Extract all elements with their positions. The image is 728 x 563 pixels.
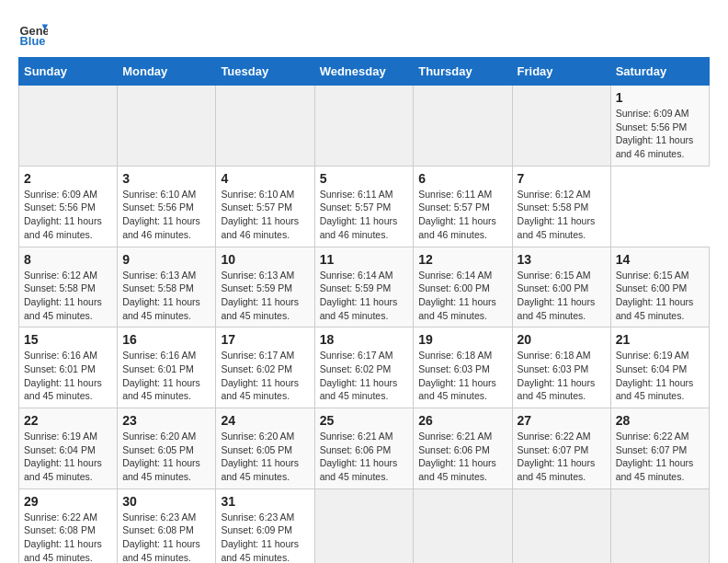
calendar-cell: 31Sunrise: 6:23 AMSunset: 6:09 PMDayligh… <box>216 488 314 563</box>
calendar-cell: 30Sunrise: 6:23 AMSunset: 6:08 PMDayligh… <box>118 488 216 563</box>
day-info: Sunrise: 6:23 AMSunset: 6:09 PMDaylight:… <box>221 511 309 563</box>
logo: General Blue <box>18 18 51 48</box>
day-info: Sunrise: 6:22 AMSunset: 6:07 PMDaylight:… <box>518 430 606 484</box>
day-info: Sunrise: 6:09 AMSunset: 5:56 PMDaylight:… <box>24 188 112 242</box>
calendar-week-row: 15Sunrise: 6:16 AMSunset: 6:01 PMDayligh… <box>19 327 710 408</box>
calendar-cell: 8Sunrise: 6:12 AMSunset: 5:58 PMDaylight… <box>19 247 118 327</box>
calendar-cell: 23Sunrise: 6:20 AMSunset: 6:05 PMDayligh… <box>118 408 216 489</box>
calendar-cell <box>512 86 610 167</box>
page-header: General Blue <box>18 18 710 48</box>
day-number: 27 <box>518 413 606 428</box>
day-number: 13 <box>518 252 606 267</box>
calendar-day-header: Sunday <box>19 58 118 86</box>
day-info: Sunrise: 6:22 AMSunset: 6:08 PMDaylight:… <box>24 511 112 563</box>
day-info: Sunrise: 6:11 AMSunset: 5:57 PMDaylight:… <box>320 188 409 242</box>
calendar-week-row: 29Sunrise: 6:22 AMSunset: 6:08 PMDayligh… <box>19 488 710 563</box>
calendar-cell: 3Sunrise: 6:10 AMSunset: 5:56 PMDaylight… <box>118 166 216 247</box>
logo-icon: General Blue <box>18 18 48 48</box>
day-number: 22 <box>24 413 112 428</box>
day-info: Sunrise: 6:12 AMSunset: 5:58 PMDaylight:… <box>24 269 112 323</box>
day-number: 5 <box>320 171 409 186</box>
day-number: 1 <box>616 90 704 105</box>
day-number: 6 <box>418 171 506 186</box>
calendar-table: SundayMondayTuesdayWednesdayThursdayFrid… <box>18 57 710 563</box>
day-info: Sunrise: 6:21 AMSunset: 6:06 PMDaylight:… <box>418 430 506 484</box>
calendar-cell: 27Sunrise: 6:22 AMSunset: 6:07 PMDayligh… <box>512 408 610 489</box>
calendar-cell: 25Sunrise: 6:21 AMSunset: 6:06 PMDayligh… <box>314 408 414 489</box>
calendar-cell <box>314 488 414 563</box>
calendar-cell: 6Sunrise: 6:11 AMSunset: 5:57 PMDaylight… <box>414 166 512 247</box>
calendar-cell: 2Sunrise: 6:09 AMSunset: 5:56 PMDaylight… <box>19 166 118 247</box>
day-number: 7 <box>518 171 606 186</box>
day-info: Sunrise: 6:16 AMSunset: 6:01 PMDaylight:… <box>24 349 112 403</box>
calendar-cell <box>19 86 118 167</box>
calendar-cell <box>512 488 610 563</box>
day-number: 12 <box>418 252 506 267</box>
calendar-header-row: SundayMondayTuesdayWednesdayThursdayFrid… <box>19 58 710 86</box>
calendar-day-header: Wednesday <box>314 58 414 86</box>
calendar-cell: 10Sunrise: 6:13 AMSunset: 5:59 PMDayligh… <box>216 247 314 327</box>
day-number: 15 <box>24 332 112 347</box>
calendar-cell: 14Sunrise: 6:15 AMSunset: 6:00 PMDayligh… <box>610 247 709 327</box>
calendar-day-header: Tuesday <box>216 58 314 86</box>
calendar-cell: 24Sunrise: 6:20 AMSunset: 6:05 PMDayligh… <box>216 408 314 489</box>
day-number: 14 <box>616 252 704 267</box>
day-number: 26 <box>418 413 506 428</box>
day-info: Sunrise: 6:20 AMSunset: 6:05 PMDaylight:… <box>122 430 210 484</box>
calendar-cell: 26Sunrise: 6:21 AMSunset: 6:06 PMDayligh… <box>414 408 512 489</box>
day-info: Sunrise: 6:10 AMSunset: 5:57 PMDaylight:… <box>221 188 309 242</box>
day-number: 16 <box>122 332 210 347</box>
calendar-cell: 20Sunrise: 6:18 AMSunset: 6:03 PMDayligh… <box>512 327 610 408</box>
calendar-cell <box>216 86 314 167</box>
calendar-cell: 13Sunrise: 6:15 AMSunset: 6:00 PMDayligh… <box>512 247 610 327</box>
day-info: Sunrise: 6:11 AMSunset: 5:57 PMDaylight:… <box>418 188 506 242</box>
day-number: 25 <box>320 413 409 428</box>
day-info: Sunrise: 6:16 AMSunset: 6:01 PMDaylight:… <box>122 349 210 403</box>
day-number: 17 <box>221 332 309 347</box>
day-number: 10 <box>221 252 309 267</box>
day-info: Sunrise: 6:18 AMSunset: 6:03 PMDaylight:… <box>518 349 606 403</box>
day-number: 3 <box>122 171 210 186</box>
day-number: 28 <box>616 413 704 428</box>
day-info: Sunrise: 6:13 AMSunset: 5:58 PMDaylight:… <box>122 269 210 323</box>
day-number: 8 <box>24 252 112 267</box>
calendar-cell: 29Sunrise: 6:22 AMSunset: 6:08 PMDayligh… <box>19 488 118 563</box>
day-info: Sunrise: 6:21 AMSunset: 6:06 PMDaylight:… <box>320 430 409 484</box>
calendar-cell: 15Sunrise: 6:16 AMSunset: 6:01 PMDayligh… <box>19 327 118 408</box>
day-info: Sunrise: 6:23 AMSunset: 6:08 PMDaylight:… <box>122 511 210 563</box>
calendar-day-header: Saturday <box>610 58 709 86</box>
calendar-week-row: 1Sunrise: 6:09 AMSunset: 5:56 PMDaylight… <box>19 86 710 167</box>
calendar-week-row: 2Sunrise: 6:09 AMSunset: 5:56 PMDaylight… <box>19 166 710 247</box>
calendar-cell: 16Sunrise: 6:16 AMSunset: 6:01 PMDayligh… <box>118 327 216 408</box>
calendar-cell: 17Sunrise: 6:17 AMSunset: 6:02 PMDayligh… <box>216 327 314 408</box>
day-info: Sunrise: 6:10 AMSunset: 5:56 PMDaylight:… <box>122 188 210 242</box>
day-number: 18 <box>320 332 409 347</box>
day-number: 2 <box>24 171 112 186</box>
day-info: Sunrise: 6:19 AMSunset: 6:04 PMDaylight:… <box>24 430 112 484</box>
calendar-cell: 5Sunrise: 6:11 AMSunset: 5:57 PMDaylight… <box>314 166 414 247</box>
day-info: Sunrise: 6:18 AMSunset: 6:03 PMDaylight:… <box>418 349 506 403</box>
day-number: 19 <box>418 332 506 347</box>
day-info: Sunrise: 6:17 AMSunset: 6:02 PMDaylight:… <box>320 349 409 403</box>
day-info: Sunrise: 6:14 AMSunset: 5:59 PMDaylight:… <box>320 269 409 323</box>
calendar-cell <box>414 86 512 167</box>
calendar-cell: 7Sunrise: 6:12 AMSunset: 5:58 PMDaylight… <box>512 166 610 247</box>
calendar-cell: 18Sunrise: 6:17 AMSunset: 6:02 PMDayligh… <box>314 327 414 408</box>
day-number: 23 <box>122 413 210 428</box>
day-number: 30 <box>122 494 210 509</box>
calendar-cell: 12Sunrise: 6:14 AMSunset: 6:00 PMDayligh… <box>414 247 512 327</box>
calendar-cell: 22Sunrise: 6:19 AMSunset: 6:04 PMDayligh… <box>19 408 118 489</box>
calendar-day-header: Thursday <box>414 58 512 86</box>
svg-text:Blue: Blue <box>20 34 46 48</box>
calendar-cell <box>610 488 709 563</box>
calendar-week-row: 22Sunrise: 6:19 AMSunset: 6:04 PMDayligh… <box>19 408 710 489</box>
calendar-cell <box>118 86 216 167</box>
day-number: 24 <box>221 413 309 428</box>
day-info: Sunrise: 6:14 AMSunset: 6:00 PMDaylight:… <box>418 269 506 323</box>
day-info: Sunrise: 6:15 AMSunset: 6:00 PMDaylight:… <box>616 269 704 323</box>
day-info: Sunrise: 6:17 AMSunset: 6:02 PMDaylight:… <box>221 349 309 403</box>
day-info: Sunrise: 6:20 AMSunset: 6:05 PMDaylight:… <box>221 430 309 484</box>
calendar-cell: 19Sunrise: 6:18 AMSunset: 6:03 PMDayligh… <box>414 327 512 408</box>
day-number: 31 <box>221 494 309 509</box>
day-info: Sunrise: 6:12 AMSunset: 5:58 PMDaylight:… <box>518 188 606 242</box>
